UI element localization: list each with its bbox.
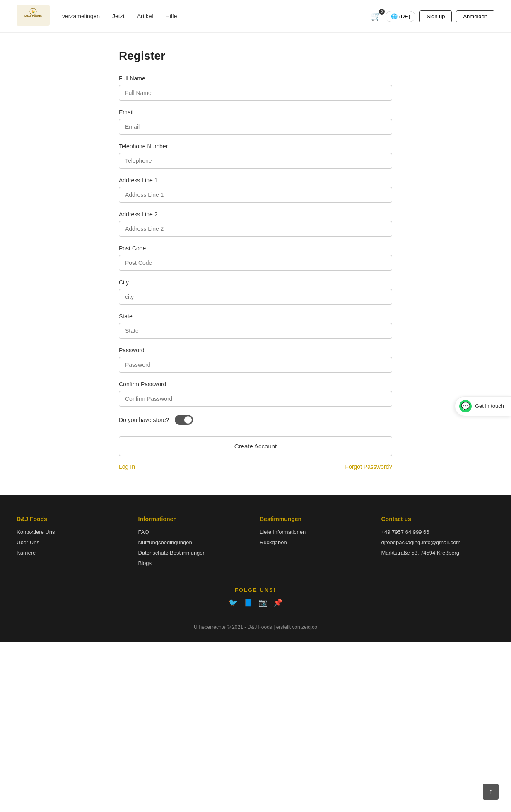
city-input[interactable] [119,289,392,305]
social-icons-row: 🐦 📘 📷 📌 [17,598,494,607]
address1-label: Address Line 1 [119,177,392,184]
footer-col-bestimmungen: Bestimmungen Lieferinformationen Rückgab… [260,516,373,570]
footer-col4-title: Contact us [381,516,495,522]
footer-col2-item-0[interactable]: FAQ [138,529,252,535]
full-name-input[interactable] [119,85,392,101]
address1-group: Address Line 1 [119,177,392,203]
telephone-label: Telephone Number [119,143,392,150]
footer-address: Marktstraße 53, 74594 Kreßberg [381,550,495,556]
logo[interactable]: D&J Foods 👑 [17,5,50,27]
email-input[interactable] [119,119,392,135]
page-title: Register [119,49,392,63]
state-label: State [119,313,392,320]
language-button[interactable]: 🌐 (DE) [386,11,415,22]
pinterest-icon[interactable]: 📌 [273,598,282,607]
facebook-icon[interactable]: 📘 [243,598,253,607]
address1-input[interactable] [119,187,392,203]
cart-badge: 0 [379,9,385,15]
email-group: Email [119,109,392,135]
confirm-password-label: Confirm Password [119,381,392,388]
postcode-group: Post Code [119,245,392,271]
city-group: City [119,279,392,305]
navbar-right: 🛒 0 🌐 (DE) Sign up Anmelden [371,10,494,22]
main-content: Register Full Name Email Telephone Numbe… [111,33,400,495]
whatsapp-text: Get in touch [475,403,504,409]
create-account-button[interactable]: Create Account [119,436,392,456]
nav-hilfe[interactable]: Hilfe [166,13,177,19]
twitter-icon[interactable]: 🐦 [229,598,238,607]
footer-email[interactable]: djfoodpackaging.info@gmail.com [381,539,495,545]
svg-text:D&J Foods: D&J Foods [24,14,42,17]
state-input[interactable] [119,323,392,339]
footer-col1-item-1[interactable]: Über Uns [17,539,130,545]
nav-verzamelingen[interactable]: verzamelingen [62,13,100,19]
nav-artikel[interactable]: Artikel [137,13,153,19]
login-link[interactable]: Log In [119,463,135,470]
signup-button[interactable]: Sign up [419,10,452,22]
email-label: Email [119,109,392,116]
footer-phone: +49 7957 64 999 66 [381,529,495,535]
footer-col1-item-0[interactable]: Kontaktiere Uns [17,529,130,535]
footer-col3-title: Bestimmungen [260,516,373,522]
links-row: Log In Forgot Password? [119,463,392,470]
footer-col-djfoods: D&J Foods Kontaktiere Uns Über Uns Karri… [17,516,130,570]
footer-col1-title: D&J Foods [17,516,130,522]
postcode-label: Post Code [119,245,392,252]
password-group: Password [119,347,392,373]
footer-col2-item-2[interactable]: Datenschutz-Bestimmungen [138,550,252,556]
nav-links: verzamelingen Jetzt Artikel Hilfe [62,13,359,19]
whatsapp-button[interactable]: 💬 Get in touch [455,396,511,416]
postcode-input[interactable] [119,255,392,271]
footer-col-informationen: Informationen FAQ Nutzungsbedingungen Da… [138,516,252,570]
instagram-icon[interactable]: 📷 [258,598,268,607]
login-button[interactable]: Anmelden [456,10,494,22]
full-name-label: Full Name [119,75,392,82]
nav-jetzt[interactable]: Jetzt [112,13,125,19]
footer-social: FOLGE UNS! 🐦 📘 📷 📌 [17,587,494,607]
footer-col3-item-0[interactable]: Lieferinformationen [260,529,373,535]
store-toggle-row: Do you have store? [119,415,392,425]
confirm-password-input[interactable] [119,391,392,407]
register-form: Full Name Email Telephone Number Address… [119,75,392,470]
footer-col3-item-1[interactable]: Rückgaben [260,539,373,545]
address2-label: Address Line 2 [119,211,392,218]
full-name-group: Full Name [119,75,392,101]
toggle-knob [184,416,192,424]
footer-columns: D&J Foods Kontaktiere Uns Über Uns Karri… [17,516,494,570]
store-toggle-label: Do you have store? [119,417,169,423]
telephone-group: Telephone Number [119,143,392,169]
footer-social-title: FOLGE UNS! [17,587,494,593]
store-toggle[interactable] [175,415,193,425]
confirm-password-group: Confirm Password [119,381,392,407]
whatsapp-icon: 💬 [459,400,472,412]
navbar: D&J Foods 👑 verzamelingen Jetzt Artikel … [0,0,511,33]
address2-input[interactable] [119,221,392,237]
footer-col2-item-3[interactable]: Blogs [138,560,252,566]
telephone-input[interactable] [119,153,392,169]
password-input[interactable] [119,357,392,373]
svg-text:👑: 👑 [31,10,35,14]
city-label: City [119,279,392,286]
footer-col2-item-1[interactable]: Nutzungsbedingungen [138,539,252,545]
password-label: Password [119,347,392,354]
cart-button[interactable]: 🛒 0 [371,11,381,21]
address2-group: Address Line 2 [119,211,392,237]
footer-copyright: Urheberrechte © 2021 - D&J Foods | erste… [17,616,494,630]
footer: D&J Foods Kontaktiere Uns Über Uns Karri… [0,495,511,642]
footer-col-contact: Contact us +49 7957 64 999 66 djfoodpack… [381,516,495,570]
forgot-password-link[interactable]: Forgot Password? [345,463,392,470]
footer-col2-title: Informationen [138,516,252,522]
footer-col1-item-2[interactable]: Karriere [17,550,130,556]
state-group: State [119,313,392,339]
